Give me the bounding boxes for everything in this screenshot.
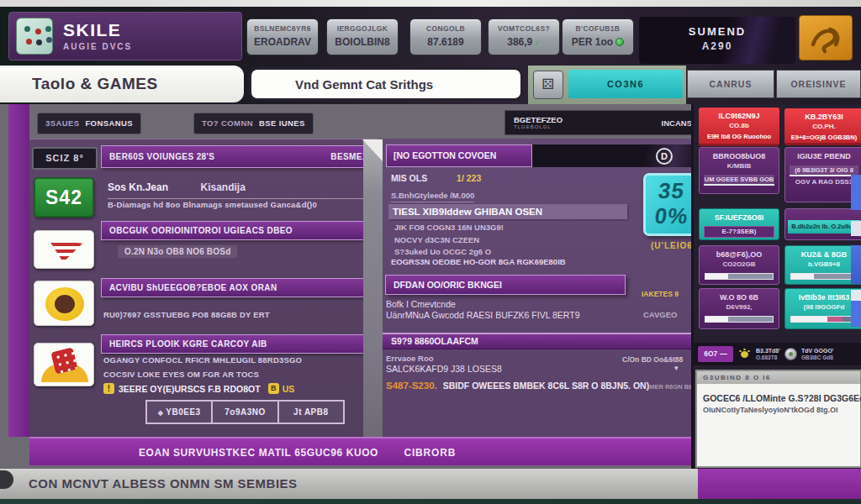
game-card[interactable]: IvBIb3e Itt3I63 (98 I9GOGFd — [784, 288, 861, 329]
game-thumbnail-eye[interactable] — [34, 281, 94, 326]
action-button-1[interactable]: ◆YB0EE3 — [147, 402, 213, 423]
dash-icon: — — [720, 349, 727, 358]
status-text: CON MCNVT ALBESS ONMN SM SEMBIES — [29, 469, 298, 499]
session-line2: A290 — [639, 40, 795, 52]
card-subtitle: CO.8b — [699, 122, 779, 129]
brand-swirl-icon — [808, 23, 845, 55]
bonus-stat-button[interactable]: IERGGOJLGK BOIOLBIN8 — [326, 18, 399, 55]
action-button-2[interactable]: 7o9A3NO — [213, 402, 278, 423]
action-button-label: YB0EE3 — [166, 407, 200, 417]
game-card[interactable]: B.db2u2n Ib. O.2u9uE — [784, 208, 861, 240]
primary-footer-button[interactable]: EOAN SURVUHSTKEC MATIL 65GUC96 KUOO CIBR… — [29, 437, 692, 465]
card-title: KB.2BY63I — [784, 113, 861, 121]
detail-row-highlighted[interactable]: TIESL XIB9Iddew GHIBAN OSEN — [388, 204, 627, 219]
coin-icon — [615, 38, 624, 46]
app-window: SKILE AUGIE DVCS BSLNEMC6YR6 EROADRAV IE… — [0, 0, 861, 504]
toolbar-stat-top: TdV GOGO' — [801, 348, 834, 354]
game-row-line2: COCSIV LOKE EYES OM FGR AR TOCS — [103, 370, 259, 379]
game-card[interactable]: KB.2BY63I CO.PH. E9+8=OG)B OGB3BN) — [784, 108, 861, 145]
medal-icon[interactable] — [784, 348, 797, 360]
filter-chip-common[interactable]: TO? COMNNBSE IUNES — [193, 113, 314, 134]
detail-row-9-right: CAVGEO — [643, 310, 677, 319]
game-thumbnail-dice[interactable] — [34, 343, 94, 386]
list-section-header-3[interactable]: ACVIBU ShUEEGOB?EBOE AOX ORAN — [101, 278, 378, 297]
paw-icon[interactable] — [741, 351, 748, 358]
card-title: b68@F6),OO — [700, 250, 779, 259]
stat-value: PER 1oo — [572, 36, 613, 48]
detail-header[interactable]: [NO EGOTTON COVOEN — [386, 144, 532, 167]
card-strip: B.db2u2n Ib. O.2u9uE — [788, 220, 860, 234]
search-bar[interactable] — [249, 67, 523, 101]
action-button-label: 7o9A3NO — [224, 407, 266, 417]
card-strip: UM GGEEE SVBB GOB — [704, 175, 774, 186]
detail-label: MIS OLS — [391, 173, 427, 183]
promo-badge-caption: (U'LEIO6 — [651, 241, 693, 250]
detail-row-2: S.BnhGtyleede /M.000 — [391, 191, 474, 202]
detail-section-header-3[interactable]: S9?9 8860OLAAFCM — [383, 333, 691, 349]
list-section-header-2[interactable]: OBCGUK OORIOINITOROI UGIEACS DBEO — [101, 221, 378, 240]
level-stat-button[interactable]: B'COFUB1B PER 1oo — [562, 18, 634, 55]
card-title: ILC9t62N9J — [699, 112, 779, 120]
detail-row-10-right[interactable]: C/On BD Oo&6t88 — [622, 355, 683, 364]
card-line: OGV A RAG DSS3 — [785, 178, 861, 186]
game-thumbnail-s42[interactable]: S42 — [34, 177, 94, 218]
stat-value: BOIOLBIN8 — [335, 36, 389, 48]
info-circle-icon[interactable]: D — [656, 148, 673, 165]
check-icon: ✓ — [534, 39, 541, 47]
game-card[interactable]: KU2& & 8GB b.VGB9+8 — [784, 245, 861, 285]
coins-stat-button[interactable]: CONGOLB 87.6189 — [409, 18, 482, 55]
stat-value: EROADRAV — [254, 36, 311, 48]
section-header-text: ACVIBU ShUEEGOB?EBOE AOX ORAN — [109, 283, 277, 292]
game-action-buttons: ◆YB0EE3 7o9A3NO Jt APB8 — [145, 400, 345, 424]
game-row-description: O.2N N3o OB8 NO6 BOSd — [118, 245, 237, 258]
card-line: E9+8=OG)B OGB3BN) — [784, 134, 861, 141]
chip-label-b: BSE IUNES — [259, 118, 305, 128]
game-list-panel: SCIZ 8° BER60S VOIUNGES 28'S BESMEX S42 … — [29, 139, 378, 437]
sort-bar[interactable]: BGETEFZEO TLGEBOLGL INCANS — [504, 110, 701, 135]
game-thumbnail-funnel[interactable] — [34, 230, 94, 269]
tab-archive[interactable]: OREISINVE — [776, 70, 861, 98]
cutoff-card-strip — [851, 175, 861, 210]
search-input[interactable] — [251, 70, 520, 98]
game-card[interactable]: W.O 8O 6B D6V992, — [699, 288, 779, 329]
list-size-box[interactable]: SCIZ 8° — [32, 147, 98, 170]
game-card[interactable]: BBROO8bUO8 K/MBIB UM GGEEE SVBB GOB — [699, 147, 779, 194]
game-card[interactable]: ILC9t62N9J CO.8b E9R Ib8 OG Ruoohoo — [699, 108, 779, 146]
left-accent-strip — [8, 104, 29, 437]
counter-chip[interactable]: 6O7— — [698, 346, 733, 362]
b-badge-icon: B — [268, 383, 279, 394]
dice-filter-button[interactable]: ⚄ — [533, 71, 563, 99]
game-card[interactable]: IGIU3E PBEND (6 9B3IG3T 3/ OIG 8 OGV A R… — [784, 147, 861, 202]
eye-pupil-icon — [55, 295, 75, 313]
game-card[interactable]: SF.IUEFZ6O8I E-7?3SEB) — [699, 208, 779, 240]
card-progress-bar — [705, 273, 774, 280]
player-icon: ◆ — [158, 409, 164, 417]
action-button-3[interactable]: Jt APB8 — [279, 402, 343, 423]
detail-count-value: 1/ 223 — [457, 173, 481, 183]
logo-icon — [16, 18, 53, 55]
list-section-header-4[interactable]: HEIRCS PLOOIK KGRE CARCOY AIB — [101, 334, 378, 354]
logo-dice-dots-icon — [24, 26, 30, 32]
logo-subtitle: AUGIE DVCS — [63, 42, 132, 52]
dropdown-arrow-icon[interactable]: ▾ — [674, 364, 679, 372]
die-icon: ⚄ — [542, 76, 555, 92]
brand-button[interactable] — [799, 15, 853, 60]
filter-chip-sales[interactable]: 3SAUESFONSANUS — [37, 113, 141, 134]
balance-stat-button[interactable]: BSLNEMC6YR6 EROADRAV — [246, 18, 319, 55]
eye-icon — [45, 287, 84, 321]
info-panel-line1: GOCEC6 /LLOMinte G.S?28I DG3G6Ed. — [703, 393, 861, 403]
detail-section-header-2[interactable]: DFDAN OO/ORIC BKNGEI — [385, 275, 626, 295]
game-card[interactable]: b68@F6),OO CO2O2GB — [699, 245, 779, 285]
panel-scrollbar[interactable] — [363, 139, 383, 438]
counter-chip-label: 6O7 — [704, 349, 717, 358]
tab-coins[interactable]: CO3N6 — [568, 70, 683, 98]
stat-value: 87.6189 — [427, 36, 463, 48]
status-notch-decoration — [0, 470, 13, 489]
list-section-header-1[interactable]: BER60S VOIUNGES 28'S BESMEX — [101, 145, 377, 168]
sort-bar-right-label: INCANS — [662, 118, 692, 128]
points-stat-button[interactable]: VOMTCOL6S? 386,9✓ — [488, 18, 560, 55]
status-bar: CON MCNVT ALBESS ONMN SM SEMBIES — [0, 469, 861, 504]
game-row-description: RU0)7697 GSSTUEBG PO8 88G8B DY ERT — [103, 310, 270, 319]
tab-casinos[interactable]: CANRUS — [687, 70, 774, 98]
cutoff-card-strip — [851, 245, 861, 284]
